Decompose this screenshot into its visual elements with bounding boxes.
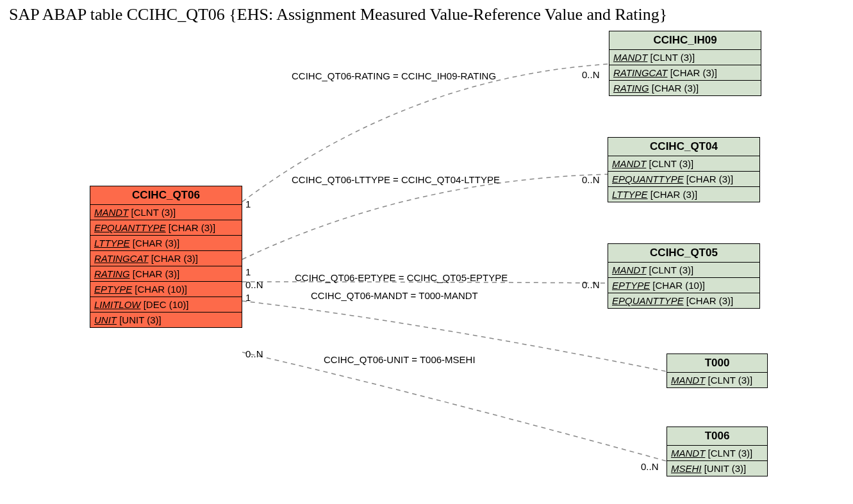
edge-label: CCIHC_QT06-LTTYPE = CCIHC_QT04-LTTYPE xyxy=(292,174,500,185)
entity-header: T006 xyxy=(667,427,767,446)
field-row: EPTYPE [CHAR (10)] xyxy=(608,278,759,293)
cardinality: 1 xyxy=(245,266,251,277)
field-row: LTTYPE [CHAR (3)] xyxy=(90,236,242,251)
entity-header: T000 xyxy=(667,354,767,373)
field-row: MANDT [CLNT (3)] xyxy=(608,156,759,172)
cardinality: 0..N xyxy=(582,69,600,80)
entity-t000: T000 MANDT [CLNT (3)] xyxy=(667,354,768,388)
field-row: MANDT [CLNT (3)] xyxy=(608,263,759,278)
field-row: MANDT [CLNT (3)] xyxy=(90,205,242,220)
field-row: EPQUANTTYPE [CHAR (3)] xyxy=(608,293,759,308)
entity-header: CCIHC_QT06 xyxy=(90,186,242,205)
edge-label: CCIHC_QT06-MANDT = T000-MANDT xyxy=(311,290,478,301)
entity-t006: T006 MANDT [CLNT (3)] MSEHI [UNIT (3)] xyxy=(667,427,768,476)
field-row: EPQUANTTYPE [CHAR (3)] xyxy=(90,220,242,236)
cardinality: 0..N xyxy=(641,461,659,472)
cardinality: 0..N xyxy=(582,279,600,290)
field-row: LTTYPE [CHAR (3)] xyxy=(608,187,759,202)
entity-ccihc-qt04: CCIHC_QT04 MANDT [CLNT (3)] EPQUANTTYPE … xyxy=(608,137,760,202)
edge-label: CCIHC_QT06-EPTYPE = CCIHC_QT05-EPTYPE xyxy=(295,272,508,283)
entity-header: CCIHC_QT04 xyxy=(608,138,759,156)
field-row: MANDT [CLNT (3)] xyxy=(667,446,767,461)
entity-ccihc-qt05: CCIHC_QT05 MANDT [CLNT (3)] EPTYPE [CHAR… xyxy=(608,243,760,309)
field-row: LIMITLOW [DEC (10)] xyxy=(90,297,242,313)
field-row: EPTYPE [CHAR (10)] xyxy=(90,282,242,297)
cardinality: 1 xyxy=(245,199,251,209)
diagram-title: SAP ABAP table CCIHC_QT06 {EHS: Assignme… xyxy=(9,5,667,24)
field-row: EPQUANTTYPE [CHAR (3)] xyxy=(608,172,759,187)
cardinality: 0..N xyxy=(245,348,263,359)
field-row: RATING [CHAR (3)] xyxy=(609,81,761,95)
field-row: MANDT [CLNT (3)] xyxy=(667,373,767,387)
field-row: RATINGCAT [CHAR (3)] xyxy=(609,65,761,81)
cardinality: 0..N xyxy=(245,279,263,290)
entity-ccihc-qt06: CCIHC_QT06 MANDT [CLNT (3)] EPQUANTTYPE … xyxy=(90,186,242,328)
field-row: RATINGCAT [CHAR (3)] xyxy=(90,251,242,266)
field-row: MSEHI [UNIT (3)] xyxy=(667,461,767,476)
cardinality: 1 xyxy=(245,292,251,303)
cardinality: 0..N xyxy=(582,174,600,185)
entity-header: CCIHC_IH09 xyxy=(609,31,761,50)
edge-label: CCIHC_QT06-UNIT = T006-MSEHI xyxy=(324,354,476,365)
entity-ccihc-ih09: CCIHC_IH09 MANDT [CLNT (3)] RATINGCAT [C… xyxy=(609,31,761,96)
field-row: RATING [CHAR (3)] xyxy=(90,266,242,282)
field-row: UNIT [UNIT (3)] xyxy=(90,313,242,327)
edge-label: CCIHC_QT06-RATING = CCIHC_IH09-RATING xyxy=(292,70,496,81)
field-row: MANDT [CLNT (3)] xyxy=(609,50,761,65)
entity-header: CCIHC_QT05 xyxy=(608,244,759,263)
